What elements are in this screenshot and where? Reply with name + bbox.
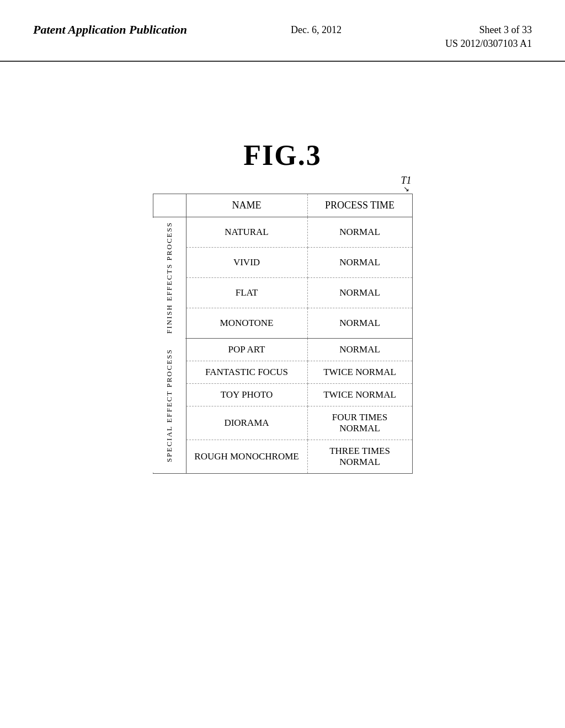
row-flat-process: NORMAL [307, 277, 412, 308]
page-header: Patent Application Publication Dec. 6, 2… [0, 0, 565, 62]
table-container: T1 ↘ NAME PROCESS TIME FINISH EFFECTS PR… [0, 194, 565, 474]
finish-effects-label: FINISH EFFECTS PROCESS [153, 217, 186, 339]
row-vivid-process: NORMAL [307, 247, 412, 277]
row-toy-name: TOY PHOTO [186, 383, 307, 406]
special-section-row-5: ROUGH MONOCHROME THREE TIMESNORMAL [153, 440, 412, 473]
row-monotone-name: MONOTONE [186, 308, 307, 338]
table-header-row: NAME PROCESS TIME [153, 194, 412, 217]
row-fantastic-name: FANTASTIC FOCUS [186, 361, 307, 383]
row-diorama-process: FOUR TIMESNORMAL [307, 406, 412, 440]
special-section-row-4: DIORAMA FOUR TIMESNORMAL [153, 406, 412, 440]
sheet-number: Sheet 3 of 33 [445, 22, 532, 36]
row-monotone-process: NORMAL [307, 308, 412, 338]
row-rough-process: THREE TIMESNORMAL [307, 440, 412, 473]
special-section-row-3: TOY PHOTO TWICE NORMAL [153, 383, 412, 406]
row-rough-name: ROUGH MONOCHROME [186, 440, 307, 473]
table-wrapper: T1 ↘ NAME PROCESS TIME FINISH EFFECTS PR… [153, 194, 413, 474]
row-toy-process: TWICE NORMAL [307, 383, 412, 406]
col-header-name: NAME [186, 194, 307, 217]
row-natural-name: NATURAL [186, 217, 307, 248]
row-natural-process: NORMAL [307, 217, 412, 248]
row-pop-art-name: POP ART [186, 338, 307, 361]
special-section-row-1: SPECIAL EFFECT PROCESS POP ART NORMAL [153, 338, 412, 361]
row-diorama-name: DIORAMA [186, 406, 307, 440]
finish-section-row-3: FLAT NORMAL [153, 277, 412, 308]
empty-header [153, 194, 186, 217]
row-fantastic-process: TWICE NORMAL [307, 361, 412, 383]
special-effect-label: SPECIAL EFFECT PROCESS [153, 338, 186, 473]
col-header-process: PROCESS TIME [307, 194, 412, 217]
finish-section-row-1: FINISH EFFECTS PROCESS NATURAL NORMAL [153, 217, 412, 248]
figure-title: FIG.3 [0, 139, 565, 172]
data-table: NAME PROCESS TIME FINISH EFFECTS PROCESS… [153, 194, 413, 474]
row-pop-art-process: NORMAL [307, 338, 412, 361]
publication-title: Patent Application Publication [33, 22, 187, 38]
finish-section-row-4: MONOTONE NORMAL [153, 308, 412, 338]
patent-number: US 2012/0307103 A1 [445, 36, 532, 50]
row-flat-name: FLAT [186, 277, 307, 308]
t1-arrow: ↘ [403, 185, 409, 194]
publication-date: Dec. 6, 2012 [291, 22, 342, 36]
finish-section-row-2: VIVID NORMAL [153, 247, 412, 277]
row-vivid-name: VIVID [186, 247, 307, 277]
special-section-row-2: FANTASTIC FOCUS TWICE NORMAL [153, 361, 412, 383]
